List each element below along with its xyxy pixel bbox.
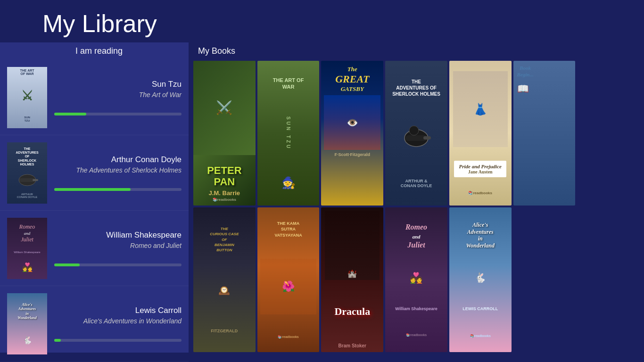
author-sun-tzu: Sun Tzu <box>54 80 182 89</box>
peter-pan-publisher: 📚readbooks <box>213 197 236 202</box>
book-cover-benjamin-button[interactable]: THECURIOUS CASEOFBENJAMINBUTTON 🕰️ FITZG… <box>193 207 256 352</box>
reading-item-romeo[interactable]: RomeoandJuliet William Shakespeare 💑 Wil… <box>0 211 189 286</box>
alice-illustration: 🐇 <box>474 272 486 283</box>
book-thumb-art-of-war: THE ARTOF WAR ⚔ SUNTZU <box>7 67 47 128</box>
art-of-war-2-title: THE ART OFWAR <box>273 77 304 90</box>
romeo-illustration: 💑 <box>410 272 422 284</box>
right-panel: My Books ⚔️ PETERPAN J.M. Barrie 📚readbo… <box>189 42 644 353</box>
pipe-svg <box>16 172 39 188</box>
benjamin-author: FITZGERALD <box>211 329 238 333</box>
book-cover-dracula[interactable]: 🏰 Dracula Bram Stoker <box>321 207 383 352</box>
title-romeo: Romeo and Juliet <box>54 242 182 249</box>
book-info-art-of-war: Sun Tzu The Art of War <box>54 80 182 115</box>
progress-fill-sherlock <box>54 188 131 191</box>
book-cover-sherlock-main[interactable]: THEADVENTURES OFSHERLOCK HOLMES ARTHUR &… <box>385 61 447 206</box>
pride-publisher: 📚readbooks <box>468 191 492 195</box>
pride-author: Jane Austen <box>459 169 501 174</box>
book-cover-art-of-war-2[interactable]: THE ART OFWAR SUN TZU 🧙 <box>257 61 320 206</box>
book-cover-great-gatsby[interactable]: TheGREATGATSBY 👁️ F·Scott·Fitzgerald <box>321 61 383 206</box>
romeo-title: RomeoandJuliet <box>405 222 427 250</box>
partial-book-icon: 📖 <box>517 83 529 94</box>
empty-slot-r2b <box>577 207 639 352</box>
progress-bg-sherlock <box>54 188 182 191</box>
page-title: My Library <box>0 0 644 42</box>
romeo-publisher: 📚readbooks <box>406 333 427 337</box>
benjamin-icon: 🕰️ <box>218 285 230 296</box>
book-cover-romeo-juliet[interactable]: RomeoandJuliet 💑 William Shakespeare 📚re… <box>385 207 447 352</box>
book-cover-kama-sutra[interactable]: THE KAMASUTRAVATSYAYANA 🌺 📚readbooks <box>257 207 320 352</box>
progress-fill-alice <box>54 339 61 342</box>
title-alice: Alice's Adventures in Wonderland <box>54 317 182 325</box>
author-doyle: Arthur Conan Doyle <box>54 155 182 165</box>
book-cover-peter-pan[interactable]: ⚔️ PETERPAN J.M. Barrie 📚readbooks <box>193 61 256 206</box>
book-info-alice: Lewis Carroll Alice's Adventures in Wond… <box>54 306 182 342</box>
alice-publisher: 📚readbooks <box>470 334 491 338</box>
reading-section-title: I am reading <box>0 42 189 60</box>
reading-item-alice[interactable]: Alice'sAdventuresinWonderland 🐇 Lewis Ca… <box>0 286 189 362</box>
sherlock-title: THEADVENTURES OFSHERLOCK HOLMES <box>392 79 440 97</box>
peter-pan-title: PETERPAN <box>207 165 241 188</box>
benjamin-title: THECURIOUS CASEOFBENJAMINBUTTON <box>210 226 239 253</box>
title-sherlock: The Adventures of Sherlock Holmes <box>54 166 182 174</box>
dracula-author: Bram Stoker <box>339 343 366 348</box>
art-of-war-2-suntzu: SUN TZU <box>286 116 291 150</box>
progress-bg-art-of-war <box>54 113 182 115</box>
art-of-war-2-icon: 🧙 <box>281 176 296 189</box>
author-shakespeare: William Shakespeare <box>54 230 182 240</box>
books-section-title: My Books <box>193 42 639 61</box>
alice-title: Alice'sAdventuresinWonderland <box>466 222 494 249</box>
alice-author: LEWIS CARROLL <box>462 306 498 311</box>
progress-bg-alice <box>54 339 182 342</box>
pride-title: Pride and Prejudice <box>459 164 501 169</box>
pride-title-box: Pride and Prejudice Jane Austen <box>454 161 506 177</box>
progress-bg-romeo <box>54 263 182 266</box>
dracula-castle: 🏰 <box>325 211 380 280</box>
partial-book-text: BookBegin... <box>517 65 534 78</box>
gatsby-author: F·Scott·Fitzgerald <box>335 152 371 157</box>
gatsby-title: TheGREATGATSBY <box>335 66 369 93</box>
book-cover-partial-1[interactable]: BookBegin... 📖 <box>513 61 576 206</box>
book-cover-pride-prejudice[interactable]: 👗 Pride and Prejudice Jane Austen 📚readb… <box>449 61 512 206</box>
pride-illustration: 👗 <box>453 71 508 147</box>
book-thumb-alice: Alice'sAdventuresinWonderland 🐇 <box>7 293 47 354</box>
kama-illustration: 🌺 <box>260 259 317 314</box>
title-art-of-war: The Art of War <box>54 91 182 99</box>
progress-fill-art-of-war <box>54 113 86 115</box>
kama-title: THE KAMASUTRAVATSYAYANA <box>274 221 302 239</box>
svg-rect-5 <box>423 136 431 140</box>
progress-fill-romeo <box>54 263 80 266</box>
empty-slot-r1 <box>577 61 639 206</box>
dracula-title: Dracula <box>334 305 370 318</box>
sherlock-author: ARTHUR &CONAN DOYLE <box>401 179 432 188</box>
left-panel: I am reading THE ARTOF WAR ⚔ SUNTZU Sun … <box>0 42 189 353</box>
reading-item-sherlock[interactable]: THEADVENTURESOFSHERLOCKHOLMES ARTHURCONA… <box>0 135 189 211</box>
books-grid: ⚔️ PETERPAN J.M. Barrie 📚readbooks THE A… <box>193 61 639 352</box>
kama-publisher: 📚readbooks <box>278 335 298 339</box>
peter-pan-author: J.M. Barrie <box>209 189 240 197</box>
book-thumb-sherlock: THEADVENTURESOFSHERLOCKHOLMES ARTHURCONA… <box>7 142 47 204</box>
sherlock-pipe-svg <box>400 125 433 151</box>
svg-rect-2 <box>33 179 38 181</box>
book-info-romeo: William Shakespeare Romeo and Juliet <box>54 230 182 266</box>
reading-item-art-of-war[interactable]: THE ARTOF WAR ⚔ SUNTZU Sun Tzu The Art o… <box>0 60 189 135</box>
book-info-sherlock: Arthur Conan Doyle The Adventures of She… <box>54 155 182 191</box>
book-cover-alice-wonderland[interactable]: Alice'sAdventuresinWonderland 🐇 LEWIS CA… <box>449 207 512 352</box>
author-carroll: Lewis Carroll <box>54 306 182 315</box>
svg-point-6 <box>409 126 419 135</box>
romeo-author: William Shakespeare <box>395 306 437 311</box>
main-layout: I am reading THE ARTOF WAR ⚔ SUNTZU Sun … <box>0 42 644 353</box>
book-thumb-romeo: RomeoandJuliet William Shakespeare 💑 <box>7 218 47 279</box>
empty-slot-r2a <box>513 207 576 352</box>
